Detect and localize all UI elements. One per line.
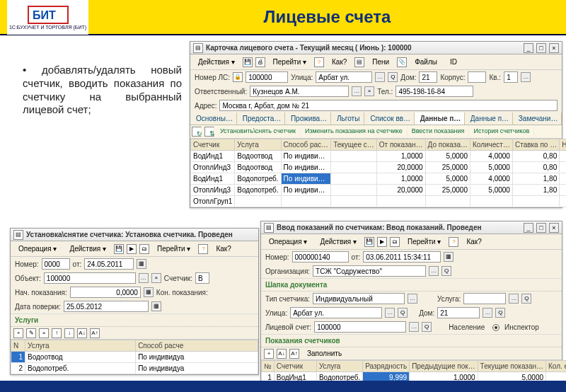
post-icon[interactable]: ▶ [127, 244, 137, 254]
tree-icon[interactable]: 🗂 [139, 244, 149, 254]
tab[interactable]: Предоста… [237, 113, 285, 125]
col[interactable]: Счетчик [274, 361, 316, 372]
picker-button[interactable]: … [409, 322, 419, 332]
id-button[interactable]: ID [445, 56, 462, 68]
close-button[interactable]: × [549, 223, 559, 233]
up-icon[interactable]: ↑ [52, 328, 62, 338]
clear-button[interactable]: × [364, 86, 374, 96]
services-grid[interactable]: NУслугаСпособ расче 1ВодоотводПо индивид… [11, 340, 258, 374]
phone-input[interactable] [395, 86, 473, 97]
col[interactable]: Услуга [235, 139, 281, 151]
account-number-input[interactable] [246, 71, 288, 83]
goto-menu[interactable]: Перейти ▾ [268, 56, 311, 68]
address-input[interactable] [219, 100, 558, 111]
col[interactable]: Способ рас… [281, 139, 331, 151]
print-icon[interactable]: 🖨 [255, 57, 265, 67]
tab[interactable]: Льготы [331, 113, 364, 125]
save-icon[interactable]: 💾 [114, 244, 124, 254]
picker-button[interactable]: … [352, 86, 362, 96]
tab[interactable]: Замечани… [513, 113, 562, 125]
fill-button[interactable]: Заполнить [302, 347, 347, 359]
col[interactable]: Количест… [470, 139, 512, 151]
meters-grid[interactable]: СчетчикУслугаСпособ рас…Текущее с…От пок… [190, 139, 566, 207]
sort-icon[interactable]: ⇅ [204, 127, 214, 137]
korpus-input[interactable] [468, 71, 486, 83]
down-icon[interactable]: ↓ [64, 328, 74, 338]
grid-row[interactable]: ОтоплГруп1 [191, 196, 567, 207]
grid-row[interactable]: 2Водопотреб.По индивидуа [11, 363, 258, 374]
date-input[interactable] [84, 258, 134, 270]
col[interactable]: Текущее с… [331, 139, 377, 151]
house-input[interactable] [419, 71, 437, 83]
how-button[interactable]: Как? [211, 243, 236, 255]
maximize-button[interactable]: □ [536, 223, 546, 233]
col[interactable]: N [11, 340, 25, 352]
radio-label[interactable] [492, 323, 502, 330]
tab-active[interactable]: Данные п… [415, 113, 465, 125]
operation-menu[interactable]: Операция ▾ [264, 236, 312, 248]
grid-row[interactable]: ОтоплИнд3ВодоотводПо индиви…20,000025,00… [191, 162, 567, 173]
picker-button[interactable]: … [375, 72, 385, 82]
picker-button[interactable]: … [429, 266, 439, 276]
goto-menu[interactable]: Перейти ▾ [152, 243, 195, 255]
meter-input[interactable] [195, 272, 209, 284]
radio-inspector[interactable] [492, 324, 499, 331]
house-input[interactable] [437, 307, 480, 318]
tab[interactable]: Основны… [190, 113, 237, 125]
sort-za-icon[interactable]: A↑ [289, 349, 299, 359]
actions-menu[interactable]: Действия ▾ [193, 56, 240, 68]
add-icon[interactable]: + [13, 328, 23, 338]
open-button[interactable]: Q [398, 308, 408, 318]
col[interactable]: До показа… [425, 139, 470, 151]
sort-az-icon[interactable]: A↓ [277, 349, 287, 359]
col[interactable]: Разрядность [363, 361, 410, 372]
peni-button[interactable]: Пени [367, 56, 394, 68]
picker-button[interactable]: … [521, 72, 531, 82]
doc-icon[interactable]: ▤ [354, 57, 364, 67]
grid-row[interactable]: ВодИнд1ВодоотводПо индиви…1,00005,00004,… [191, 151, 567, 162]
actions-menu[interactable]: Действия ▾ [315, 236, 362, 248]
lock-icon[interactable]: 🔒 [233, 72, 243, 82]
responsible-input[interactable] [250, 86, 349, 97]
sort-az-icon[interactable]: A↓ [77, 328, 87, 338]
clear-button[interactable]: × [151, 273, 161, 283]
sub-action[interactable]: Изменить показания на счетчике [301, 125, 408, 138]
refresh-icon[interactable]: ↻ [192, 127, 202, 137]
goto-menu[interactable]: Перейти ▾ [403, 236, 446, 248]
col[interactable]: Способ расче [136, 340, 258, 352]
account-input[interactable] [314, 321, 406, 333]
col[interactable]: Услуга [25, 340, 136, 352]
doc-number-input[interactable] [292, 251, 349, 263]
sub-action[interactable]: Ввести показания [408, 125, 470, 138]
grid-row[interactable]: ВодИнд1Водопотреб.По индиви…1,00005,0000… [191, 173, 567, 185]
col[interactable]: Счетчик [191, 139, 235, 151]
tree-icon[interactable]: 🗂 [390, 237, 400, 247]
start-reading-input[interactable] [70, 287, 141, 298]
open-button[interactable]: Q [422, 322, 432, 332]
calendar-icon[interactable]: ▦ [137, 259, 146, 269]
open-button[interactable]: Q [495, 308, 505, 318]
how-button[interactable]: Как? [461, 236, 486, 248]
help-icon[interactable]: ? [314, 57, 324, 67]
operation-menu[interactable]: Операция ▾ [13, 243, 62, 255]
help-icon[interactable]: ? [449, 237, 458, 247]
add-icon[interactable]: + [264, 349, 274, 359]
col[interactable]: От показан… [376, 139, 425, 151]
open-button[interactable]: Q [441, 266, 451, 276]
radio-label[interactable]: Население [449, 323, 485, 331]
minimize-button[interactable]: _ [524, 223, 533, 233]
picker-button[interactable]: … [139, 273, 149, 283]
help-icon[interactable]: ? [198, 244, 208, 254]
sub-action[interactable]: Установить\снять счетчик [216, 125, 301, 138]
col[interactable]: Начислен [560, 139, 566, 151]
col[interactable]: № [262, 361, 275, 372]
open-button[interactable]: Q [521, 294, 531, 304]
col[interactable]: Услуга [316, 361, 362, 372]
maximize-button[interactable]: □ [536, 43, 546, 53]
col[interactable]: Кол. ед. по с… [546, 361, 566, 372]
save-icon[interactable]: 💾 [243, 57, 253, 67]
col[interactable]: Текущие показан… [478, 361, 545, 372]
post-icon[interactable]: ▶ [377, 237, 387, 247]
sub-action[interactable]: История счетчиков [469, 125, 534, 138]
tab[interactable]: Данные п… [465, 113, 513, 125]
